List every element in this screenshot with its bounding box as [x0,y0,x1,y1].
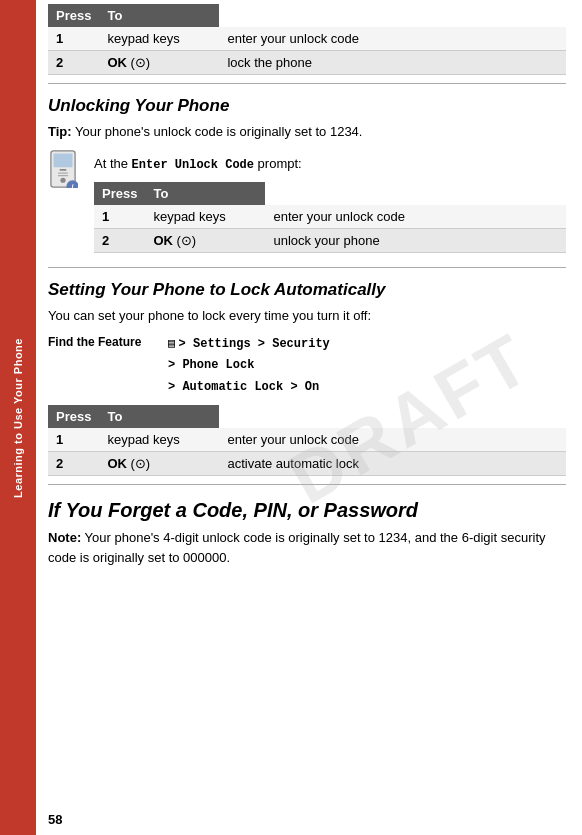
page-number: 58 [48,812,62,827]
svg-point-2 [60,177,65,182]
row-press: keypad keys [145,205,265,229]
row-num: 1 [48,27,99,51]
row-num: 2 [94,228,145,252]
top-table-col2-header: To [99,4,219,27]
divider3 [48,484,566,485]
row-press: keypad keys [99,428,219,452]
section2-body: You can set your phone to lock every tim… [48,306,566,326]
section2-heading: Setting Your Phone to Lock Automatically [48,280,566,300]
tip-label: Tip: [48,124,72,139]
table-row: 1 keypad keys enter your unlock code [48,428,566,452]
svg-rect-3 [60,169,67,171]
table-row: 2 OK (⊙) unlock your phone [94,228,566,252]
note-label: Note: [48,530,81,545]
path-line3: > Automatic Lock > On [168,380,319,394]
s2-col2-header: To [99,405,219,428]
find-feature-block: Find the Feature ▤ > Settings > Security… [48,333,566,397]
path-line1: > Settings > Security [179,337,330,351]
section3-heading: If You Forget a Code, PIN, or Password [48,499,566,522]
s1-col2-header: To [145,182,265,205]
row-num: 2 [48,452,99,476]
row-num: 2 [48,51,99,75]
s2-col1-header: Press [48,405,99,428]
tip-block: Tip: Your phone's unlock code is origina… [48,122,566,142]
table-row: 2 OK (⊙) activate automatic lock [48,452,566,476]
row-to: enter your unlock code [219,428,566,452]
phone-icon-container: i [48,150,84,186]
section2-press-table: Press To 1 keypad keys enter your unlock… [48,405,566,476]
tip-text: Your phone's unlock code is originally s… [75,124,362,139]
phone-icon: i [48,150,78,188]
section1-heading: Unlocking Your Phone [48,96,566,116]
sidebar: Learning to Use Your Phone [0,0,36,835]
info-row: i At the Enter Unlock Code prompt: Press… [48,150,566,261]
top-press-table: Press To 1 keypad keys enter your unlock… [48,4,566,75]
top-table-col1-header: Press [48,4,99,27]
table-row: 1 keypad keys enter your unlock code [48,27,566,51]
svg-rect-4 [58,172,68,173]
row-to: activate automatic lock [219,452,566,476]
svg-rect-1 [54,153,73,167]
sidebar-label: Learning to Use Your Phone [12,338,24,498]
s1-col1-header: Press [94,182,145,205]
row-num: 1 [94,205,145,229]
note-block: Note: Your phone's 4-digit unlock code i… [48,528,566,567]
row-to: enter your unlock code [219,27,566,51]
divider [48,83,566,84]
row-to: enter your unlock code [265,205,566,229]
row-press: keypad keys [99,27,219,51]
prompt-code: Enter Unlock Code [132,158,254,172]
row-num: 1 [48,428,99,452]
table-row: 1 keypad keys enter your unlock code [94,205,566,229]
main-content: DRAFT Press To 1 keypad keys enter your … [36,0,582,835]
at-prompt-text: At the Enter Unlock Code prompt: [94,154,566,174]
row-press: OK (⊙) [99,452,219,476]
info-table-wrap: At the Enter Unlock Code prompt: Press T… [94,150,566,261]
find-feature-path: ▤ > Settings > Security > Phone Lock > A… [168,333,330,397]
path-line2: > Phone Lock [168,358,254,372]
note-text: Your phone's 4-digit unlock code is orig… [48,530,546,565]
menu-icon: ▤ [168,337,175,351]
row-press: OK (⊙) [145,228,265,252]
row-to: unlock your phone [265,228,566,252]
top-table-wrap: Press To 1 keypad keys enter your unlock… [48,4,566,75]
svg-rect-5 [58,175,68,176]
table-row: 2 OK (⊙) lock the phone [48,51,566,75]
row-press: OK (⊙) [99,51,219,75]
row-to: lock the phone [219,51,566,75]
divider2 [48,267,566,268]
find-feature-label: Find the Feature [48,333,168,349]
section1-press-table: Press To 1 keypad keys enter your unlock… [94,182,566,253]
